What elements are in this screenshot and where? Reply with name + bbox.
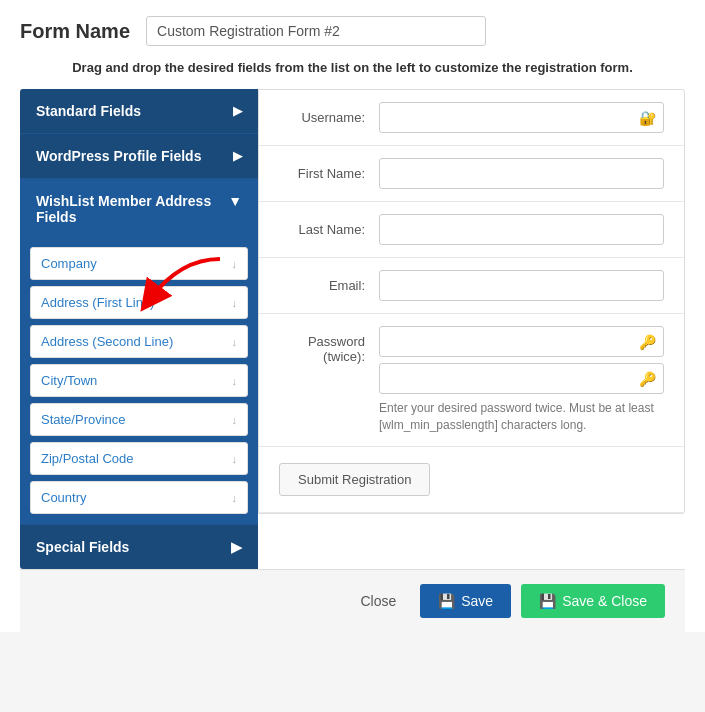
field-address-second-chevron-icon: ↓: [232, 336, 238, 348]
field-zip-label: Zip/Postal Code: [41, 451, 134, 466]
submit-row: Submit Registration: [259, 447, 684, 513]
field-city-chevron-icon: ↓: [232, 375, 238, 387]
email-row: Email:: [259, 258, 684, 314]
password-input-2-wrapper: 🔑: [379, 363, 664, 394]
bottom-toolbar: Close 💾 Save 💾 Save & Close: [20, 569, 685, 632]
field-address-first[interactable]: Address (First Line) ↓: [30, 286, 248, 319]
field-country-label: Country: [41, 490, 87, 505]
form-name-label: Form Name: [20, 20, 130, 43]
field-address-second-label: Address (Second Line): [41, 334, 173, 349]
wishlist-address-arrow-icon: ▼: [228, 193, 242, 209]
field-city-label: City/Town: [41, 373, 97, 388]
save-icon: 💾: [438, 593, 455, 609]
save-button[interactable]: 💾 Save: [420, 584, 511, 618]
address-fields-list: Company ↓ Address (First Line) ↓ Address…: [20, 239, 258, 524]
standard-fields-header[interactable]: Standard Fields ▶: [20, 89, 258, 133]
email-label: Email:: [279, 278, 379, 293]
field-zip-chevron-icon: ↓: [232, 453, 238, 465]
wordpress-profile-header[interactable]: WordPress Profile Fields ▶: [20, 134, 258, 178]
field-state-chevron-icon: ↓: [232, 414, 238, 426]
field-state[interactable]: State/Province ↓: [30, 403, 248, 436]
firstname-input[interactable]: [379, 158, 664, 189]
submit-registration-button[interactable]: Submit Registration: [279, 463, 430, 496]
field-city[interactable]: City/Town ↓: [30, 364, 248, 397]
wishlist-address-header[interactable]: WishList Member Address Fields ▼: [20, 179, 258, 239]
username-input[interactable]: [379, 102, 664, 133]
wordpress-profile-label: WordPress Profile Fields: [36, 148, 201, 164]
wishlist-address-section: WishList Member Address Fields ▼ Company…: [20, 179, 258, 525]
lastname-input-wrapper: [379, 214, 664, 245]
password-input-2[interactable]: [379, 363, 664, 394]
field-country[interactable]: Country ↓: [30, 481, 248, 514]
field-state-label: State/Province: [41, 412, 126, 427]
save-close-button[interactable]: 💾 Save & Close: [521, 584, 665, 618]
username-label: Username:: [279, 110, 379, 125]
password-label: Password(twice):: [279, 326, 379, 364]
password-section: Password(twice): 🔑 🔑 Enter your desired …: [259, 314, 684, 447]
standard-fields-label: Standard Fields: [36, 103, 141, 119]
special-fields-label: Special Fields: [36, 539, 129, 555]
field-company-label: Company: [41, 256, 97, 271]
close-button[interactable]: Close: [346, 585, 410, 617]
special-fields-arrow-icon: ▶: [231, 539, 242, 555]
firstname-input-wrapper: [379, 158, 664, 189]
save-close-icon: 💾: [539, 593, 556, 609]
id-card-icon: 🔐: [639, 110, 656, 126]
field-address-first-chevron-icon: ↓: [232, 297, 238, 309]
password-input-1-wrapper: 🔑: [379, 326, 664, 357]
save-close-label: Save & Close: [562, 593, 647, 609]
wordpress-profile-arrow-icon: ▶: [233, 149, 242, 163]
wordpress-profile-section: WordPress Profile Fields ▶: [20, 134, 258, 179]
standard-fields-arrow-icon: ▶: [233, 104, 242, 118]
password-fields: 🔑 🔑 Enter your desired password twice. M…: [379, 326, 664, 434]
password-input-1[interactable]: [379, 326, 664, 357]
firstname-row: First Name:: [259, 146, 684, 202]
field-company[interactable]: Company ↓: [30, 247, 248, 280]
username-row: Username: 🔐: [259, 90, 684, 146]
firstname-label: First Name:: [279, 166, 379, 181]
field-zip[interactable]: Zip/Postal Code ↓: [30, 442, 248, 475]
standard-fields-section: Standard Fields ▶: [20, 89, 258, 134]
lastname-input[interactable]: [379, 214, 664, 245]
special-fields-section: Special Fields ▶: [20, 525, 258, 569]
special-fields-header[interactable]: Special Fields ▶: [20, 525, 258, 569]
email-input[interactable]: [379, 270, 664, 301]
field-country-chevron-icon: ↓: [232, 492, 238, 504]
email-input-wrapper: [379, 270, 664, 301]
field-address-second[interactable]: Address (Second Line) ↓: [30, 325, 248, 358]
drag-instruction: Drag and drop the desired fields from th…: [20, 60, 685, 75]
wishlist-address-label: WishList Member Address Fields: [36, 193, 228, 225]
save-label: Save: [461, 593, 493, 609]
password-icon-1: 🔑: [639, 334, 656, 350]
field-address-first-label: Address (First Line): [41, 295, 154, 310]
username-input-wrapper: 🔐: [379, 102, 664, 133]
password-icon-2: 🔑: [639, 371, 656, 387]
lastname-label: Last Name:: [279, 222, 379, 237]
password-hint: Enter your desired password twice. Must …: [379, 400, 664, 434]
lastname-row: Last Name:: [259, 202, 684, 258]
form-name-input[interactable]: [146, 16, 486, 46]
sidebar: Standard Fields ▶ WordPress Profile Fiel…: [20, 89, 258, 569]
form-area: Username: 🔐 First Name: Last Name:: [258, 89, 685, 514]
field-company-chevron-icon: ↓: [232, 258, 238, 270]
